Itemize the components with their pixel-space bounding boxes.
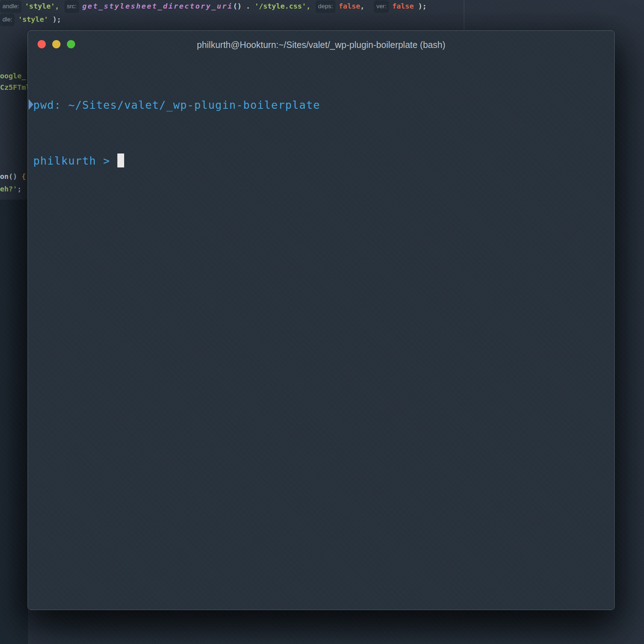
editor-text-fragment: Cz5FTml	[0, 82, 29, 92]
code-string: 'style',	[25, 2, 59, 10]
prompt-text: philkurth >	[33, 155, 117, 167]
editor-text-fragment: oogle_	[0, 71, 29, 81]
prompt-arrow-icon	[29, 99, 33, 110]
terminal-output[interactable]: pwd: ~/Sites/valet/_wp-plugin-boilerplat…	[33, 59, 610, 606]
code-punctuation: () .	[233, 2, 254, 10]
code-punctuation: on()	[0, 172, 17, 181]
editor-text-fragment: on() {	[0, 171, 29, 181]
pwd-text: pwd: ~/Sites/valet/_wp-plugin-boilerplat…	[33, 99, 320, 111]
param-hint-handle: dle:	[0, 14, 15, 26]
code-keyword-false: false	[392, 2, 414, 10]
window-title: philkurth@Hookturn:~/Sites/valet/_wp-plu…	[28, 40, 614, 50]
code-punctuation: );	[414, 2, 426, 10]
terminal-window: philkurth@Hookturn:~/Sites/valet/_wp-plu…	[28, 30, 615, 610]
param-hint-ver: ver:	[374, 0, 389, 13]
code-function-name: get_stylesheet_directory_uri	[82, 2, 233, 10]
param-hint-handle: andle:	[0, 0, 21, 13]
code-brace: {	[17, 172, 26, 181]
editor-pane-divider	[464, 0, 464, 31]
editor-code-line-2[interactable]: dle:'style' );	[0, 14, 61, 26]
terminal-prompt-line[interactable]: philkurth >	[33, 152, 610, 170]
code-keyword-false: false	[339, 2, 360, 10]
code-string: 'style'	[18, 15, 48, 24]
terminal-pwd-line: pwd: ~/Sites/valet/_wp-plugin-boilerplat…	[33, 96, 610, 114]
code-punctuation: );	[48, 15, 61, 24]
param-hint-deps: deps:	[316, 0, 336, 13]
code-punctuation: ,	[360, 2, 369, 10]
code-string: eh?'	[0, 185, 17, 193]
param-hint-src: src:	[64, 0, 79, 13]
terminal-cursor	[117, 153, 124, 167]
editor-code-line-1[interactable]: andle:'style',src:get_stylesheet_directo…	[0, 0, 427, 13]
editor-text-fragment: eh?';	[0, 184, 29, 194]
code-string: '/style.css',	[254, 2, 311, 10]
editor-lower-panel	[0, 200, 28, 644]
code-punctuation: ;	[17, 185, 21, 193]
terminal-titlebar[interactable]: philkurth@Hookturn:~/Sites/valet/_wp-plu…	[28, 31, 614, 52]
